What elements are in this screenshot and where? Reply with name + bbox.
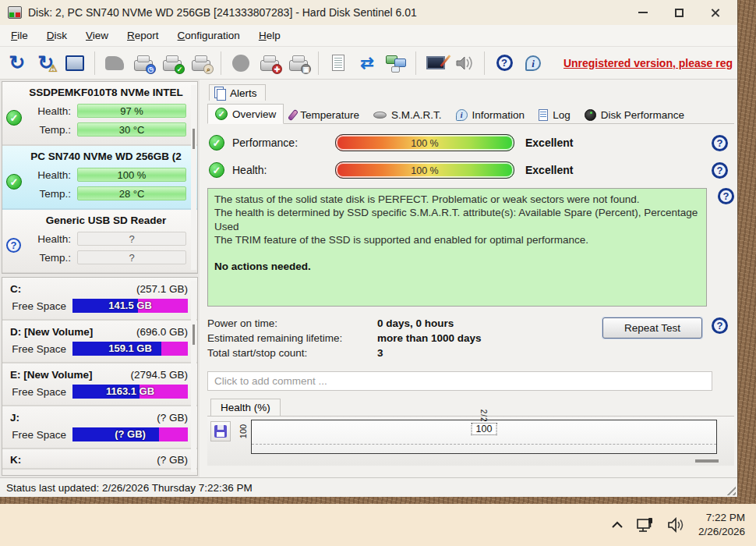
- disk-item-sdreader[interactable]: Generic USB SD Reader Health: ? Temp.: ?: [2, 210, 197, 274]
- repeat-test-help-icon[interactable]: [712, 317, 728, 334]
- refresh-warning-icon[interactable]: ↻⚠: [34, 51, 58, 76]
- free-space-label: Free Space: [10, 343, 66, 355]
- free-space-label: Free Space: [10, 386, 66, 398]
- tab-log[interactable]: Log: [532, 106, 578, 124]
- disk-tools-icon[interactable]: ✚: [257, 51, 282, 76]
- menu-configuration[interactable]: Configuration: [178, 30, 240, 41]
- tab-health-percent[interactable]: Health (%): [210, 399, 281, 416]
- chart-plot-area: 100 2/26 100: [251, 420, 717, 454]
- partition-item-j[interactable]: J: (? GB) Free Space (? GB): [2, 406, 197, 449]
- resize-grip[interactable]: [724, 484, 736, 495]
- disk-item-intel[interactable]: SSDPEMKF010T8 NVMe INTEL Health: 97 % Te…: [2, 82, 197, 146]
- disk-name: PC SN740 NVMe WD 256GB (2: [26, 148, 186, 165]
- temp-value: 28 °C: [77, 186, 186, 200]
- maximize-button[interactable]: [661, 1, 697, 24]
- tab-temperature[interactable]: Temperature: [284, 106, 366, 124]
- minimize-button[interactable]: [625, 1, 661, 24]
- partition-item-c[interactable]: C: (257.1 GB) Free Space 141.5 GB: [2, 278, 197, 321]
- disk-list: SSDPEMKF010T8 NVMe INTEL Health: 97 % Te…: [2, 81, 198, 274]
- performance-label: Performance:: [232, 136, 335, 149]
- save-chart-button[interactable]: [210, 421, 231, 441]
- help-icon[interactable]: [492, 51, 517, 76]
- free-space-value: 141.5 GB: [72, 299, 188, 313]
- network-tray-icon[interactable]: [636, 517, 655, 533]
- status-line: The status of the solid state disk is PE…: [214, 193, 700, 206]
- menu-view[interactable]: View: [86, 30, 108, 41]
- menu-help[interactable]: Help: [259, 30, 281, 41]
- device-disabled-icon: [228, 51, 253, 76]
- tab-overview[interactable]: Overview: [207, 104, 284, 124]
- tab-disk-performance[interactable]: Disk Performance: [578, 106, 691, 124]
- comment-input[interactable]: [207, 371, 712, 391]
- performance-value: 100 %: [336, 135, 514, 151]
- unregistered-link[interactable]: Unregistered version, please reg: [563, 57, 733, 69]
- taskbar: 7:22 PM 2/26/2026: [0, 504, 756, 546]
- toolbar-separator: [221, 51, 221, 75]
- alerts-icon: [214, 87, 225, 99]
- menu-report[interactable]: Report: [127, 30, 159, 41]
- repeat-test-button[interactable]: Repeat Test: [602, 317, 702, 339]
- temp-value: 30 °C: [77, 122, 186, 136]
- refresh-icon[interactable]: ↻: [5, 51, 30, 76]
- health-ok-icon: [209, 162, 224, 178]
- chart-hscrollbar[interactable]: [695, 459, 719, 463]
- status-help-icon[interactable]: [718, 188, 734, 204]
- main-panel: Alerts Overview Temperature S.M.A.R.T.: [200, 80, 737, 477]
- info-icon[interactable]: [521, 51, 546, 76]
- disk-name: Generic USB SD Reader: [26, 212, 186, 229]
- tab-label: Overview: [232, 108, 276, 120]
- performance-row: Performance: 100 % Excellent: [209, 134, 734, 151]
- partition-name: D: [New Volume]: [10, 326, 93, 338]
- sync-icon[interactable]: ⇄: [355, 51, 380, 76]
- remaining-lifetime-label: Estimated remaining lifetime:: [207, 332, 377, 344]
- data-point: 2/26 100: [472, 421, 497, 436]
- partition-item-k[interactable]: K: (? GB): [2, 449, 197, 470]
- partition-item-d[interactable]: D: [New Volume] (696.0 GB) Free Space 15…: [2, 321, 197, 363]
- health-unknown-icon: [6, 238, 21, 253]
- temp-label: Temp.:: [26, 252, 71, 264]
- partition-size: (2794.5 GB): [130, 369, 188, 381]
- remote-monitor-icon[interactable]: [423, 51, 448, 76]
- disk-clock-icon[interactable]: ◷: [131, 51, 156, 76]
- disk-monitor-icon[interactable]: [62, 51, 87, 76]
- log-icon: [539, 109, 548, 121]
- menu-file[interactable]: File: [11, 30, 28, 41]
- toolbar-separator: [415, 51, 416, 75]
- tab-information[interactable]: Information: [449, 106, 532, 124]
- tab-alerts[interactable]: Alerts: [209, 84, 266, 101]
- taskbar-clock[interactable]: 7:22 PM 2/26/2026: [698, 511, 745, 539]
- temp-value: ?: [77, 250, 186, 264]
- partition-size: (257.1 GB): [136, 283, 188, 295]
- partition-list: C: (257.1 GB) Free Space 141.5 GB D: [Ne…: [2, 277, 198, 476]
- partition-item-e[interactable]: E: [New Volume] (2794.5 GB) Free Space 1…: [2, 363, 197, 406]
- health-label: Health:: [26, 169, 71, 181]
- free-space-value: 1163.1 GB: [72, 385, 188, 399]
- report-document-icon[interactable]: [326, 51, 351, 76]
- health-help-icon[interactable]: [712, 162, 728, 179]
- disk-search-icon[interactable]: ⌕: [189, 51, 214, 76]
- disk-check-icon[interactable]: ✓: [160, 51, 185, 76]
- performance-ok-icon: [209, 135, 224, 151]
- app-icon: [8, 6, 22, 19]
- partition-list-scrollbar[interactable]: [191, 281, 196, 472]
- thermometer-icon: [288, 109, 299, 121]
- toolbar-separator: [484, 51, 485, 75]
- window-title: Disk: 2, PC SN740 NVMe WD 256GB [2413338…: [28, 6, 417, 19]
- menu-disk[interactable]: Disk: [47, 30, 67, 41]
- disk-hardware-icon[interactable]: ▣: [286, 51, 311, 76]
- overview-check-icon: [215, 108, 228, 120]
- performance-help-icon[interactable]: [712, 135, 728, 151]
- tab-smart[interactable]: S.M.A.R.T.: [366, 106, 449, 124]
- close-button[interactable]: [697, 1, 733, 24]
- status-bar-text: Status last updated: 2/26/2026 Thursday …: [6, 482, 253, 494]
- start-stop-count-value: 3: [377, 347, 482, 359]
- disk-list-scrollbar[interactable]: [191, 85, 196, 270]
- network-icon[interactable]: [383, 51, 408, 76]
- disk-item-sn740[interactable]: PC SN740 NVMe WD 256GB (2 Health: 100 % …: [2, 146, 197, 210]
- performance-meter: 100 %: [335, 134, 514, 151]
- tray-expand-chevron-icon[interactable]: [611, 521, 624, 529]
- volume-tray-icon[interactable]: [667, 517, 686, 533]
- sound-icon[interactable]: [452, 51, 477, 76]
- tab-label: Disk Performance: [601, 109, 684, 121]
- tab-bar: Overview Temperature S.M.A.R.T. Informat…: [207, 103, 734, 124]
